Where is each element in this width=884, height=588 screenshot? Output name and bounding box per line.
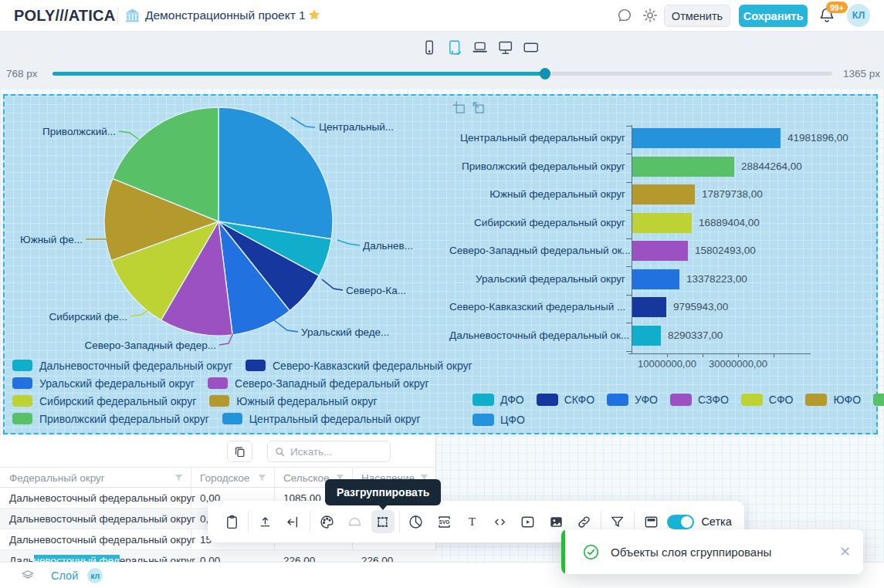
y-axis-tick bbox=[626, 295, 632, 296]
legend-row: Сибирский федеральный округЮжный федерал… bbox=[12, 392, 486, 410]
leader-line bbox=[337, 240, 360, 245]
legend-item[interactable]: ЦФО bbox=[472, 414, 525, 426]
bar-value-label: 9795943,00 bbox=[673, 297, 728, 317]
bar[interactable] bbox=[632, 269, 679, 289]
legend-label: СФО bbox=[769, 394, 794, 406]
width-slider[interactable] bbox=[52, 72, 832, 76]
pie-chart[interactable] bbox=[102, 105, 335, 338]
upload-icon[interactable] bbox=[253, 510, 276, 533]
legend-label: Южный федеральный округ bbox=[236, 395, 377, 407]
phone-icon[interactable] bbox=[421, 39, 437, 56]
bar[interactable] bbox=[632, 157, 734, 177]
bar-category-label: Дальневосточный федеральный ок... bbox=[449, 326, 625, 346]
legend-item[interactable]: СКФО bbox=[537, 394, 594, 406]
ungroup-icon[interactable] bbox=[371, 510, 395, 533]
laptop-icon[interactable] bbox=[472, 39, 488, 56]
legend-item[interactable]: УФО bbox=[607, 394, 658, 406]
svg-text:T: T bbox=[469, 515, 476, 528]
tray-icon bbox=[343, 510, 366, 533]
legend-item[interactable]: ЮФО bbox=[805, 394, 861, 406]
legend-item[interactable]: Северо-Кавказский федеральный округ bbox=[246, 360, 472, 372]
x-axis bbox=[628, 353, 811, 354]
legend-item[interactable]: ДФО bbox=[472, 394, 524, 406]
video-icon[interactable] bbox=[517, 510, 540, 533]
code-icon[interactable] bbox=[489, 510, 512, 533]
gear-icon[interactable] bbox=[642, 7, 659, 24]
legend-chip bbox=[12, 413, 32, 424]
search-input[interactable] bbox=[290, 446, 379, 458]
legend-label: Северо-Западный федеральный округ bbox=[235, 377, 429, 390]
table-cell: Дальневосточный федеральный округ bbox=[9, 509, 195, 529]
y-axis-tick bbox=[626, 182, 632, 183]
bar-category-label: Уральский федеральный округ bbox=[449, 269, 625, 289]
toolbar-divider bbox=[399, 511, 400, 532]
legend-label: ЦФО bbox=[500, 414, 525, 426]
bar[interactable] bbox=[632, 128, 781, 148]
bar[interactable] bbox=[632, 297, 666, 317]
slider-min-label: 768 px bbox=[6, 68, 38, 79]
table-cell: Дальневосточный федеральный округ bbox=[9, 529, 195, 550]
y-axis-tick bbox=[626, 238, 632, 239]
chat-icon[interactable] bbox=[616, 7, 633, 24]
layer-tab[interactable]: Слой bbox=[51, 569, 78, 582]
pie-slice[interactable] bbox=[218, 107, 333, 239]
collapse-left-icon[interactable] bbox=[282, 510, 305, 533]
legend-item[interactable]: Северо-Западный федеральный округ bbox=[208, 377, 429, 390]
tablet-icon[interactable] bbox=[446, 39, 462, 56]
legend-item[interactable]: Южный федеральный округ bbox=[209, 395, 377, 407]
text-icon[interactable]: T bbox=[460, 510, 483, 533]
filter-icon[interactable] bbox=[257, 473, 267, 483]
layers-icon[interactable] bbox=[20, 568, 36, 583]
bar[interactable] bbox=[632, 241, 688, 261]
legend-item[interactable]: Центральный федеральный округ bbox=[222, 413, 421, 425]
legend-label: СКФО bbox=[564, 394, 594, 406]
column-header[interactable]: Городское bbox=[191, 468, 274, 488]
legend-chip bbox=[607, 394, 628, 406]
pie-label: Южный фе... bbox=[20, 234, 83, 245]
legend-item[interactable]: Уральский федеральный округ bbox=[12, 377, 195, 390]
bar-category-label: Приволжский федеральный округ bbox=[449, 157, 625, 177]
tv-icon[interactable] bbox=[523, 39, 539, 56]
monitor-icon[interactable] bbox=[497, 39, 513, 56]
legend-label: ЮФО bbox=[833, 394, 861, 406]
toggle-switch-icon[interactable] bbox=[667, 515, 694, 529]
grouped-selection[interactable]: Центральный...Дальнев...Северо-Ка...Урал… bbox=[3, 94, 878, 434]
filter-icon[interactable] bbox=[174, 473, 184, 483]
legend-row: Уральский федеральный округСеверо-Западн… bbox=[12, 374, 486, 392]
legend-item[interactable]: Дальневосточный федеральный округ bbox=[12, 360, 232, 372]
bar[interactable] bbox=[632, 326, 661, 346]
bar[interactable] bbox=[632, 213, 692, 233]
svg-text:SVG: SVG bbox=[439, 519, 449, 524]
legend-chip bbox=[741, 394, 763, 406]
move-out-icon[interactable] bbox=[471, 100, 486, 115]
svg-icon[interactable]: SVG bbox=[432, 510, 456, 533]
legend-item[interactable]: СФО bbox=[741, 394, 794, 406]
save-button[interactable]: Сохранить bbox=[739, 5, 808, 27]
copy-table-button[interactable] bbox=[227, 441, 252, 462]
grid-toggle[interactable]: Сетка bbox=[667, 515, 731, 529]
favorite-star-icon[interactable] bbox=[307, 8, 321, 22]
legend-item[interactable]: Сибирский федеральный округ bbox=[12, 395, 196, 407]
column-header[interactable]: Федеральный округ bbox=[0, 468, 191, 488]
bar[interactable] bbox=[632, 184, 695, 204]
crop-icon[interactable] bbox=[452, 100, 466, 115]
logo: POLY///ATICA bbox=[14, 7, 115, 25]
grid-toggle-label: Сетка bbox=[701, 515, 731, 528]
legend-item[interactable]: Приволжский федеральный округ bbox=[12, 413, 209, 425]
paste-icon[interactable] bbox=[220, 510, 243, 533]
avatar[interactable]: КЛ bbox=[847, 4, 870, 27]
close-icon[interactable]: ✕ bbox=[839, 545, 851, 559]
legend-item[interactable]: СЗФО bbox=[670, 394, 729, 406]
x-axis-tick-label: 30000000,00 bbox=[703, 358, 774, 370]
pie-chart-icon[interactable] bbox=[405, 510, 428, 533]
slider-thumb[interactable] bbox=[540, 68, 550, 79]
legend-chip bbox=[670, 394, 692, 406]
bar-value-label: 28844264,00 bbox=[741, 157, 802, 177]
palette-icon[interactable] bbox=[315, 510, 338, 533]
bar-chart[interactable]: Центральный федеральный округ41981896,00… bbox=[449, 120, 876, 383]
cancel-button[interactable]: Отменить bbox=[664, 5, 730, 27]
legend-chip bbox=[12, 360, 32, 371]
legend-item[interactable]: ПФО bbox=[873, 394, 884, 406]
filter-icon-wrap bbox=[174, 473, 184, 483]
toast-accent-bar bbox=[561, 529, 565, 574]
